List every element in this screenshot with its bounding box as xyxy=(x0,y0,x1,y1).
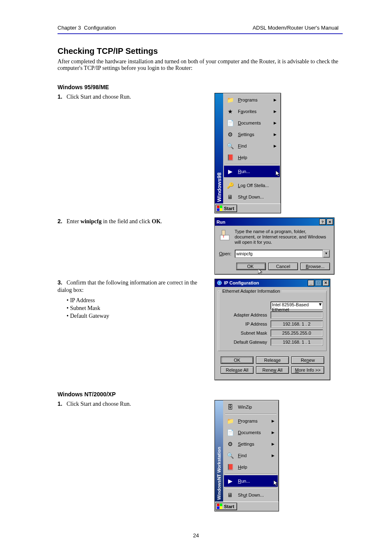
menu-item-help[interactable]: 📕 Help xyxy=(224,461,278,473)
documents-icon: 📄 xyxy=(226,428,235,437)
close-button[interactable]: ✕ xyxy=(323,280,329,286)
win98-step3-text: 3.Confirm that the following information… xyxy=(58,279,214,320)
menu-item-documents[interactable]: 📄 Documents▶ xyxy=(224,117,280,129)
ok-button[interactable]: OK xyxy=(236,263,266,270)
win98-step2-text: 2.Enter winipcfg in the field and click … xyxy=(58,217,214,226)
browse-button[interactable]: Browse... xyxy=(300,263,330,270)
menu-separator xyxy=(225,164,279,165)
start-button[interactable]: Start xyxy=(216,503,237,510)
menu-item-programs[interactable]: 📁 Programs▶ xyxy=(224,94,280,106)
gw-value: 192.168. 1 . 1 xyxy=(270,338,323,346)
section-title: Checking TCP/IP Settings xyxy=(58,46,343,56)
menu-separator xyxy=(225,414,277,414)
menu-item-run[interactable]: ▶ Run... xyxy=(224,166,280,177)
menu-item-winzip[interactable]: 🗄 WinZip xyxy=(224,401,278,413)
start-button[interactable]: Start xyxy=(216,205,237,212)
settings-icon: ⚙ xyxy=(226,440,235,448)
subsection-winnt: Windows NT/2000/XP xyxy=(58,391,343,398)
settings-icon: ⚙ xyxy=(226,130,235,139)
run-title: Run xyxy=(217,220,225,224)
open-input[interactable] xyxy=(235,250,323,257)
group-title: Ethernet Adapter Information xyxy=(221,289,281,294)
winnt-start-menu: WindowsNT Workstation 🗄 WinZip 📁 Program… xyxy=(214,400,279,511)
run-dialog-icon xyxy=(219,229,231,241)
menu-separator xyxy=(225,178,279,179)
programs-icon: 📁 xyxy=(226,96,235,104)
close-button[interactable]: ✕ xyxy=(327,219,333,225)
menu-item-run[interactable]: ▶ Run... xyxy=(224,475,278,487)
release-all-button[interactable]: Release All xyxy=(221,366,254,374)
winzip-icon: 🗄 xyxy=(226,403,235,411)
win98-start-menu: Windows98 📁 Programs▶ ★ Favorites▶ 📄 xyxy=(214,93,281,213)
svg-rect-3 xyxy=(217,208,219,211)
ipconfig-title: IP Configuration xyxy=(224,280,259,285)
menu-item-documents[interactable]: 📄 Documents▶ xyxy=(224,427,278,438)
menu-item-programs[interactable]: 📁 Programs▶ xyxy=(224,415,278,427)
svg-rect-13 xyxy=(220,504,222,506)
renew-button[interactable]: Renew xyxy=(291,356,324,364)
menu-item-shutdown[interactable]: 🖥 Shut Down... xyxy=(224,191,280,203)
chapter-label: Chapter 3 Configuration xyxy=(58,25,116,31)
help-icon: 📕 xyxy=(226,463,235,471)
start-menu-banner: WindowsNT Workstation xyxy=(215,400,223,502)
ip-label: IP Address xyxy=(222,321,270,326)
svg-rect-5 xyxy=(220,235,229,240)
find-icon: 🔍 xyxy=(226,142,235,150)
adapter-address-label: Adapter Address xyxy=(222,312,270,317)
menu-item-logoff[interactable]: 🔑 Log Off Stella... xyxy=(224,180,280,191)
mask-value: 255.255.255.0 xyxy=(270,329,323,337)
svg-marker-11 xyxy=(274,480,278,486)
menu-item-favorites[interactable]: ★ Favorites▶ xyxy=(224,106,280,117)
start-menu-banner: Windows98 xyxy=(215,93,223,204)
windows-logo-icon xyxy=(217,206,223,211)
svg-rect-6 xyxy=(222,230,225,235)
run-icon: ▶ xyxy=(226,477,235,485)
menu-item-help[interactable]: 📕 Help xyxy=(224,152,280,163)
documents-icon: 📄 xyxy=(226,119,235,127)
svg-rect-12 xyxy=(217,504,219,506)
menu-item-settings[interactable]: ⚙ Settings▶ xyxy=(224,129,280,140)
menu-item-shutdown[interactable]: 🖥 Shut Down... xyxy=(224,489,278,501)
shutdown-icon: 🖥 xyxy=(226,193,235,201)
ipconfig-dialog: ? IP Configuration _ □ ✕ Ethernet Adapte… xyxy=(214,279,330,380)
run-description: Type the name of a program, folder, docu… xyxy=(235,229,330,245)
logoff-icon: 🔑 xyxy=(226,181,235,190)
run-dialog: Run ? ✕ Type the name of a program, fold… xyxy=(214,217,334,275)
more-info-button[interactable]: More Info >> xyxy=(291,366,324,374)
ip-value: 192.168. 1 . 2 xyxy=(270,320,323,328)
find-icon: 🔍 xyxy=(226,451,235,460)
adapter-combo[interactable]: Intel 82595-Based Ethernet ▼ xyxy=(270,301,323,310)
dropdown-button[interactable]: ▼ xyxy=(323,250,330,257)
ok-button[interactable]: OK xyxy=(221,356,254,364)
release-button[interactable]: Release xyxy=(256,356,289,364)
svg-text:?: ? xyxy=(219,281,221,285)
dropdown-button[interactable]: ▼ xyxy=(318,302,323,309)
doc-title: ADSL Modem/Router User's Manual xyxy=(253,25,339,31)
svg-rect-1 xyxy=(217,206,219,208)
svg-rect-2 xyxy=(220,206,222,208)
svg-rect-4 xyxy=(220,208,222,211)
open-label: Open: xyxy=(219,251,231,256)
adapter-address-value xyxy=(270,311,323,319)
menu-item-find[interactable]: 🔍 Find▶ xyxy=(224,140,280,152)
taskbar: Start xyxy=(215,502,279,511)
svg-marker-8 xyxy=(258,269,262,275)
page-number: 24 xyxy=(0,532,392,539)
renew-all-button[interactable]: Renew All xyxy=(256,366,289,374)
gw-label: Default Gateway xyxy=(222,340,270,345)
menu-separator xyxy=(225,488,277,488)
menu-item-find[interactable]: 🔍 Find▶ xyxy=(224,450,278,461)
favorites-icon: ★ xyxy=(226,107,235,116)
section-intro: After completed the hardware installatio… xyxy=(58,58,343,72)
maximize-button[interactable]: □ xyxy=(315,280,322,286)
shutdown-icon: 🖥 xyxy=(226,491,235,499)
run-titlebar: Run ? ✕ xyxy=(215,218,334,226)
menu-item-settings[interactable]: ⚙ Settings▶ xyxy=(224,438,278,450)
open-combobox[interactable]: ▼ xyxy=(235,250,330,258)
help-button[interactable]: ? xyxy=(319,219,326,225)
minimize-button[interactable]: _ xyxy=(308,280,314,286)
svg-marker-0 xyxy=(276,171,280,176)
run-icon: ▶ xyxy=(226,167,235,176)
svg-rect-14 xyxy=(217,506,219,509)
cancel-button[interactable]: Cancel xyxy=(268,263,298,270)
